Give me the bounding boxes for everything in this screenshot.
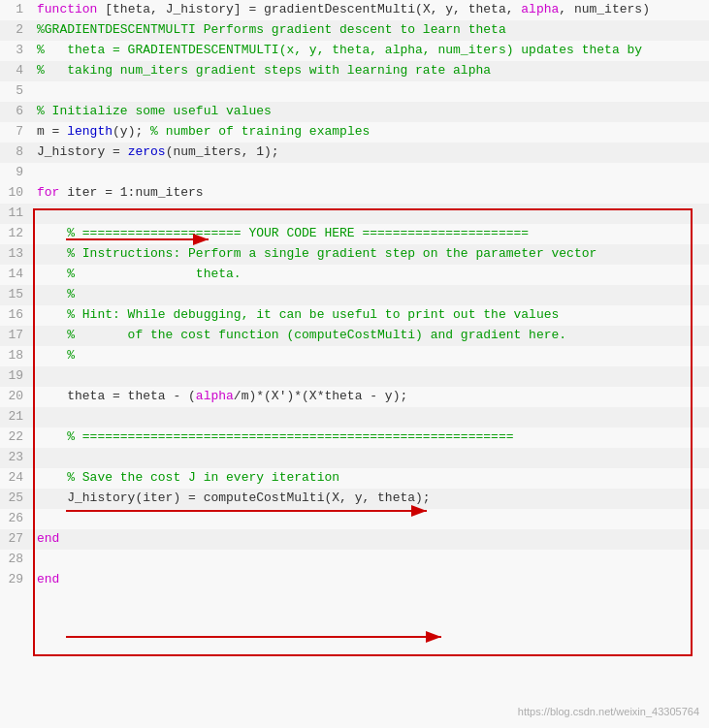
line-number: 3	[0, 41, 31, 60]
code-token: % taking num_iters gradient steps with l…	[37, 63, 491, 78]
line-content: m = length(y); % number of training exam…	[31, 122, 709, 142]
code-line: 26	[0, 509, 709, 529]
line-number: 24	[0, 468, 31, 488]
line-number: 13	[0, 244, 31, 264]
code-token: for	[37, 185, 59, 200]
code-line: 6% Initialize some useful values	[0, 102, 709, 122]
code-line: 5	[0, 81, 709, 102]
line-number: 20	[0, 387, 31, 406]
line-content: end	[31, 529, 709, 549]
code-line: 3% theta = GRADIENTDESCENTMULTI(x, y, th…	[0, 41, 709, 61]
code-line: 21	[0, 407, 709, 427]
code-line: 4% taking num_iters gradient steps with …	[0, 61, 709, 81]
line-content: % Hint: While debugging, it can be usefu…	[31, 305, 709, 325]
line-number: 9	[0, 163, 31, 182]
line-number: 7	[0, 122, 31, 142]
line-content: % of the cost function (computeCostMulti…	[31, 326, 709, 345]
line-number: 14	[0, 265, 31, 284]
line-number: 8	[0, 142, 31, 162]
line-content: % ======================================…	[31, 427, 709, 447]
line-content: % ===================== YOUR CODE HERE =…	[31, 224, 709, 243]
line-content: % Save the cost J in every iteration	[31, 468, 709, 488]
code-line: 9	[0, 163, 709, 183]
code-line: 1function [theta, J_history] = gradientD…	[0, 0, 709, 20]
line-content: for iter = 1:num_iters	[31, 183, 709, 203]
code-line: 10for iter = 1:num_iters	[0, 183, 709, 204]
line-number: 28	[0, 550, 31, 569]
code-token: alpha	[196, 389, 234, 403]
line-number: 29	[0, 570, 31, 589]
code-line: 7m = length(y); % number of training exa…	[0, 122, 709, 142]
line-content: % Instructions: Perform a single gradien…	[31, 244, 709, 264]
line-number: 1	[0, 0, 31, 19]
code-line: 22 % ===================================…	[0, 427, 709, 448]
watermark: https://blog.csdn.net/weixin_43305764	[518, 704, 699, 720]
code-token: % ======================================…	[37, 429, 513, 444]
code-token: %GRADIENTDESCENTMULTI Performs gradient …	[37, 22, 506, 37]
code-token: % Save the cost J in every iteration	[37, 470, 339, 485]
code-token: % number of training examples	[150, 124, 370, 139]
line-content: J_history(iter) = computeCostMulti(X, y,…	[31, 489, 709, 508]
line-number: 22	[0, 427, 31, 447]
line-number: 16	[0, 305, 31, 325]
code-token: % Hint: While debugging, it can be usefu…	[37, 307, 559, 322]
code-token: %	[37, 348, 75, 363]
code-token: m =	[37, 124, 67, 139]
code-token: zeros	[128, 144, 166, 159]
code-token: function	[37, 2, 97, 16]
line-content: % Initialize some useful values	[31, 102, 709, 121]
code-token: theta = theta - (	[37, 389, 196, 403]
code-token: % theta.	[37, 267, 242, 281]
line-content: %	[31, 285, 709, 304]
line-number: 12	[0, 224, 31, 243]
code-line: 15 %	[0, 285, 709, 305]
code-token: % ===================== YOUR CODE HERE =…	[37, 226, 529, 240]
line-content: function [theta, J_history] = gradientDe…	[31, 0, 709, 19]
line-content: % theta.	[31, 265, 709, 284]
code-line: 12 % ===================== YOUR CODE HER…	[0, 224, 709, 244]
line-content: % theta = GRADIENTDESCENTMULTI(x, y, the…	[31, 41, 709, 60]
code-line: 29end	[0, 570, 709, 590]
code-token: , num_iters)	[559, 2, 650, 16]
code-token: (y);	[113, 124, 150, 139]
line-number: 21	[0, 407, 31, 427]
line-number: 4	[0, 61, 31, 80]
code-token: J_history =	[37, 144, 128, 159]
code-token: alpha	[521, 2, 559, 16]
line-number: 17	[0, 326, 31, 345]
code-line: 13 % Instructions: Perform a single grad…	[0, 244, 709, 265]
code-editor: 1function [theta, J_history] = gradientD…	[0, 0, 709, 728]
line-number: 19	[0, 366, 31, 386]
code-line: 2%GRADIENTDESCENTMULTI Performs gradient…	[0, 20, 709, 41]
code-token: % Instructions: Perform a single gradien…	[37, 246, 596, 261]
line-number: 6	[0, 102, 31, 121]
line-number: 15	[0, 285, 31, 304]
code-token: /m)*(X')*(X*theta - y);	[234, 389, 407, 403]
line-number: 25	[0, 489, 31, 508]
code-line: 8J_history = zeros(num_iters, 1);	[0, 142, 709, 163]
code-line: 23	[0, 448, 709, 468]
code-token: % of the cost function (computeCostMulti…	[37, 328, 566, 342]
line-number: 2	[0, 20, 31, 40]
line-content: end	[31, 570, 709, 589]
line-content: theta = theta - (alpha/m)*(X')*(X*theta …	[31, 387, 709, 406]
code-token: end	[37, 572, 59, 586]
code-token: iter = 1:num_iters	[59, 185, 203, 200]
code-line: 25 J_history(iter) = computeCostMulti(X,…	[0, 489, 709, 509]
code-line: 18 %	[0, 346, 709, 366]
code-line: 14 % theta.	[0, 265, 709, 285]
code-token: J_history(iter) = computeCostMulti(X, y,…	[37, 491, 431, 505]
line-content: % taking num_iters gradient steps with l…	[31, 61, 709, 80]
code-token: (num_iters, 1);	[166, 144, 279, 159]
code-line: 19	[0, 366, 709, 387]
line-number: 26	[0, 509, 31, 528]
code-token: % theta = GRADIENTDESCENTMULTI(x, y, the…	[37, 43, 642, 57]
line-number: 11	[0, 204, 31, 223]
line-number: 5	[0, 81, 31, 101]
code-line: 24 % Save the cost J in every iteration	[0, 468, 709, 489]
code-line: 27end	[0, 529, 709, 550]
line-content: J_history = zeros(num_iters, 1);	[31, 142, 709, 162]
code-line: 17 % of the cost function (computeCostMu…	[0, 326, 709, 346]
code-line: 20 theta = theta - (alpha/m)*(X')*(X*the…	[0, 387, 709, 407]
code-line: 28	[0, 550, 709, 570]
